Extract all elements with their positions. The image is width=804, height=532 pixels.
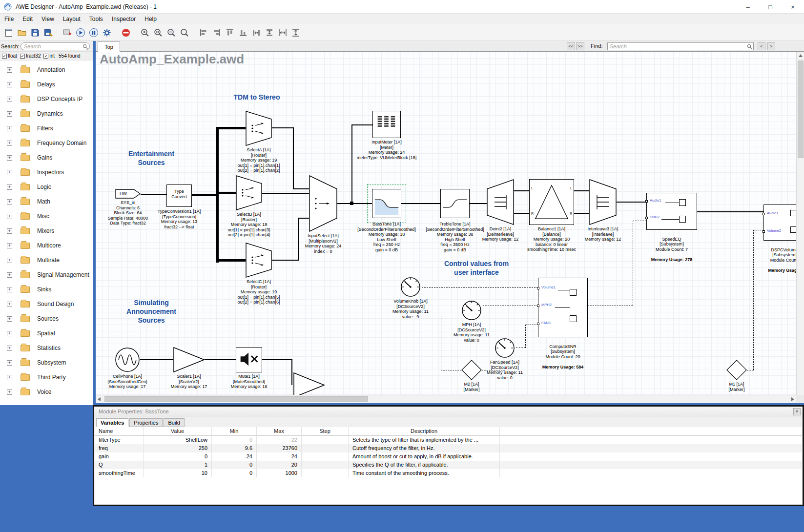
sidebar-item-annotation[interactable]: +Annotation — [0, 62, 93, 77]
zoom-selection-button[interactable] — [178, 26, 191, 39]
space-vertical-button[interactable] — [289, 26, 302, 39]
module-speedeq[interactable]: Audio1 SNR2 — [646, 193, 697, 230]
scroll-right-arrow[interactable] — [791, 397, 794, 401]
open-file-button[interactable] — [15, 26, 28, 39]
var-value[interactable]: 10 — [144, 469, 212, 477]
expand-icon[interactable]: + — [7, 389, 12, 395]
expand-icon[interactable]: + — [7, 184, 12, 190]
zoom-in-button[interactable] — [138, 26, 151, 39]
sidebar-item-misc[interactable]: +Misc — [0, 209, 93, 224]
module-basstone[interactable] — [372, 189, 401, 218]
menu-view[interactable]: View — [37, 14, 59, 24]
menu-help[interactable]: Help — [140, 14, 161, 24]
scroll-up-arrow[interactable] — [799, 54, 803, 57]
module-computesnr[interactable]: Volume1 MPH2 FAN3 — [538, 278, 588, 337]
sidebar-item-delays[interactable]: +Delays — [0, 77, 93, 92]
sidebar-item-mixers[interactable]: +Mixers — [0, 224, 93, 238]
sidebar-item-sources[interactable]: +Sources — [0, 311, 93, 326]
sidebar-item-inspectors[interactable]: +Inspectors — [0, 165, 93, 180]
expand-icon[interactable]: + — [7, 228, 12, 234]
module-inputmeter[interactable] — [372, 111, 401, 138]
expand-icon[interactable]: + — [7, 199, 12, 205]
expand-icon[interactable]: + — [7, 155, 12, 161]
propagate-changes-button[interactable] — [61, 26, 74, 39]
module-sys-in[interactable]: HW — [115, 189, 141, 199]
sidebar-item-sinks[interactable]: +Sinks — [0, 282, 93, 297]
sidebar-item-signal-management[interactable]: +Signal Management — [0, 267, 93, 282]
vertical-scrollbar[interactable] — [796, 52, 804, 403]
sidebar-item-filters[interactable]: +Filters — [0, 121, 93, 136]
sidebar-item-multicore[interactable]: +Multicore — [0, 238, 93, 253]
expand-icon[interactable]: + — [7, 170, 12, 175]
profile-button[interactable] — [100, 26, 113, 39]
minimize-button[interactable]: – — [737, 0, 759, 14]
sidebar-item-math[interactable]: +Math — [0, 194, 93, 209]
module-partial-scaler[interactable] — [293, 372, 325, 398]
panel-close-button[interactable]: × — [793, 408, 801, 415]
module-cellphone[interactable] — [115, 347, 140, 372]
design-canvas[interactable]: AutoAmp_Example.awd TDM to Stereo Entert… — [96, 52, 804, 403]
int-checkbox[interactable]: ✓ — [43, 54, 48, 59]
new-file-button[interactable] — [2, 26, 15, 39]
tab-variables[interactable]: Variables — [96, 418, 128, 427]
module-m2[interactable] — [461, 360, 482, 380]
var-value[interactable]: 1 — [144, 461, 212, 469]
align-left-button[interactable] — [197, 26, 210, 39]
var-value[interactable]: ShelfLow — [144, 436, 212, 444]
horizontal-scroll-thumb[interactable] — [104, 396, 368, 402]
sidebar-item-statistics[interactable]: +Statistics — [0, 341, 93, 355]
expand-icon[interactable]: + — [7, 272, 12, 278]
sidebar-item-voice[interactable]: +Voice — [0, 385, 93, 399]
vertical-scroll-thumb[interactable] — [798, 61, 804, 158]
find-next-button[interactable]: > — [767, 42, 775, 50]
expand-icon[interactable]: + — [7, 375, 12, 380]
module-deint2[interactable] — [487, 179, 514, 225]
module-m1[interactable] — [726, 360, 747, 380]
menu-inspector[interactable]: Inspector — [107, 14, 140, 24]
align-top-button[interactable] — [223, 26, 236, 39]
zoom-fit-button[interactable] — [151, 26, 165, 39]
align-right-button[interactable] — [210, 26, 223, 39]
menu-file[interactable]: File — [0, 14, 18, 24]
expand-icon[interactable]: + — [7, 287, 12, 292]
module-selecta[interactable] — [246, 111, 272, 146]
module-fanspeed[interactable] — [494, 336, 516, 359]
sidebar-item-multirate[interactable]: +Multirate — [0, 253, 93, 267]
align-bottom-button[interactable] — [236, 26, 249, 39]
expand-icon[interactable]: + — [7, 141, 12, 146]
expand-icon[interactable]: + — [7, 214, 12, 219]
sidebar-item-gains[interactable]: +Gains — [0, 150, 93, 165]
zoom-out-button[interactable] — [165, 26, 178, 39]
menu-tools[interactable]: Tools — [85, 14, 107, 24]
save-button[interactable] — [28, 26, 41, 39]
expand-icon[interactable]: + — [7, 302, 12, 307]
module-balance1[interactable]: L R L R — [529, 179, 574, 225]
space-horizontal-button[interactable] — [276, 26, 289, 39]
tab-build[interactable]: Build — [164, 418, 184, 427]
tab-properties[interactable]: Properties — [129, 418, 163, 427]
pause-button[interactable] — [87, 26, 100, 39]
sidebar-item-subsystem[interactable]: +Subsystem — [0, 355, 93, 370]
fract32-checkbox[interactable]: ✓ — [20, 54, 25, 59]
run-button[interactable] — [74, 26, 87, 39]
halt-button[interactable] — [119, 26, 132, 39]
menu-layout[interactable]: Layout — [59, 14, 85, 24]
float-checkbox[interactable]: ✓ — [2, 54, 7, 59]
expand-icon[interactable]: + — [7, 82, 12, 87]
expand-icon[interactable]: + — [7, 360, 12, 366]
expand-icon[interactable]: + — [7, 316, 12, 322]
module-typeconversion1[interactable]: Type Convert — [166, 184, 192, 207]
horizontal-scrollbar[interactable] — [96, 395, 796, 403]
expand-icon[interactable]: + — [7, 97, 12, 102]
sidebar-item-frequency-domain[interactable]: +Frequency Domain — [0, 136, 93, 150]
find-input[interactable] — [607, 42, 754, 50]
library-search-input[interactable] — [21, 42, 90, 50]
module-selectc[interactable] — [246, 243, 272, 278]
scroll-left-arrow[interactable] — [98, 397, 101, 401]
module-selectb[interactable] — [236, 175, 262, 210]
module-inputselect[interactable] — [309, 175, 337, 232]
expand-icon[interactable]: + — [7, 243, 12, 248]
module-trebletone[interactable] — [440, 189, 470, 218]
expand-icon[interactable]: + — [7, 331, 12, 336]
find-previous-button[interactable]: < — [758, 42, 765, 50]
